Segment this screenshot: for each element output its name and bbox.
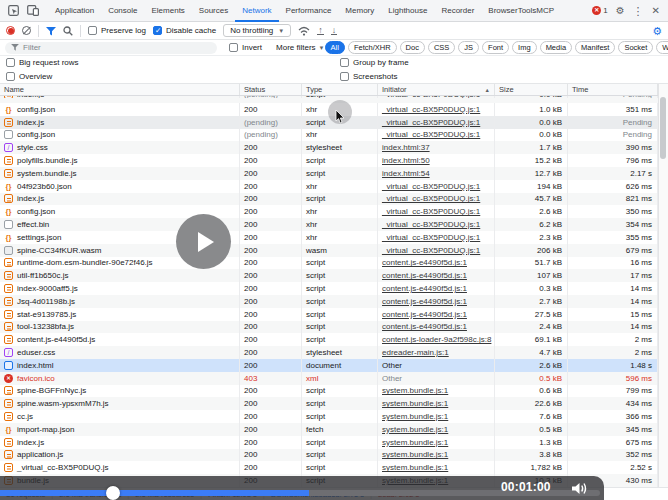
table-row-tool-13238bfa-js-18[interactable]: tool-13238bfa.js200scriptcontent.js-e449… — [0, 321, 658, 334]
video-scrubber-knob[interactable] — [106, 486, 120, 500]
initiator-link[interactable]: edreader-main.js:1 — [382, 348, 449, 357]
initiator-link[interactable]: system.bundle.js:1 — [382, 386, 448, 395]
table-row-index-9000aff5-js-15[interactable]: index-9000aff5.js200scriptcontent.js-e44… — [0, 282, 658, 295]
table-row-settings-json-11[interactable]: {}settings.json200xhr_virtual_cc-BX5P0DU… — [0, 231, 658, 244]
filter-chip-css[interactable]: CSS — [428, 41, 455, 54]
table-row-config-json-3[interactable]: config.json(pending)xhr_virtual_cc-BX5P0… — [0, 129, 658, 142]
import-har-icon[interactable]: ↑ — [317, 26, 324, 35]
overview-checkbox[interactable]: Overview — [6, 72, 52, 81]
initiator-link[interactable]: content.js-e4490f5d.js:1 — [382, 271, 467, 280]
scrollbar-thumb[interactable] — [660, 97, 666, 159]
filter-chip-socket[interactable]: Socket — [618, 41, 653, 54]
column-header-size[interactable]: Size — [495, 84, 568, 95]
tab-network[interactable]: Network — [235, 0, 278, 22]
initiator-link[interactable]: content.js-e4490f5d.js:1 — [382, 284, 467, 293]
initiator-link[interactable]: _virtual_cc-BX5P0DUQ.js:1 — [382, 246, 480, 255]
filter-chip-media[interactable]: Media — [540, 41, 572, 54]
tab-lighthouse[interactable]: Lighthouse — [381, 0, 434, 22]
filter-chip-img[interactable]: Img — [512, 41, 537, 54]
device-toolbar-icon[interactable] — [26, 4, 40, 18]
clear-network-log-icon[interactable] — [22, 26, 31, 35]
more-options-icon[interactable]: ⋮ — [633, 6, 644, 16]
settings-gear-icon[interactable]: ⚙ — [616, 6, 625, 16]
filter-chip-fetch-xhr[interactable]: Fetch/XHR — [348, 41, 397, 54]
initiator-link[interactable]: system.bundle.js:1 — [382, 463, 448, 472]
table-row--virtual-cc-bx5p0duq-js-29[interactable]: _virtual_cc-BX5P0DUQ.js200scriptsystem.b… — [0, 461, 658, 474]
disable-cache-checkbox[interactable]: Disable cache — [153, 26, 216, 35]
table-row-spine-wasm-ypsxmm7h-js-24[interactable]: spine.wasm-ypsxmM7h.js200scriptsystem.bu… — [0, 397, 658, 410]
initiator-link[interactable]: system.bundle.js:1 — [382, 438, 448, 447]
table-row-04f923b60-json-7[interactable]: {}04f923b60.json200xhr_virtual_cc-BX5P0D… — [0, 180, 658, 193]
initiator-link[interactable]: _virtual_cc-BX5P0DUQ.js:1 — [382, 182, 480, 191]
initiator-link[interactable]: content.js-e4490f5d.js:1 — [382, 310, 467, 319]
network-conditions-icon[interactable] — [298, 22, 310, 40]
initiator-link[interactable]: content.js-loader-9a2f598c.js:8 — [382, 335, 491, 344]
initiator-link[interactable]: _virtual_cc-BX5P0DUQ.js:1 — [382, 233, 480, 242]
table-row-jsq-4d01198b-js-16[interactable]: Jsq-4d01198b.js200scriptcontent.js-e4490… — [0, 295, 658, 308]
column-header-type[interactable]: Type — [302, 84, 378, 95]
error-count-badge[interactable]: ✕ 1 — [592, 6, 607, 15]
table-row-style-css-4[interactable]: /style.css200stylesheetindex.html:371.7 … — [0, 141, 658, 154]
filter-chip-font[interactable]: Font — [482, 41, 509, 54]
close-devtools-icon[interactable]: ✕ — [652, 6, 660, 16]
network-settings-gear-icon[interactable]: ⚙ — [652, 25, 662, 37]
table-row-effect-bin-10[interactable]: effect.bin200xhr_virtual_cc-BX5P0DUQ.js:… — [0, 218, 658, 231]
table-row-index-js-8[interactable]: index.js200script_virtual_cc-BX5P0DUQ.js… — [0, 193, 658, 206]
throttling-dropdown[interactable]: No throttling ▼ — [223, 24, 291, 37]
filter-chip-manifest[interactable]: Manifest — [575, 41, 615, 54]
tab-memory[interactable]: Memory — [338, 0, 381, 22]
tab-elements[interactable]: Elements — [145, 0, 192, 22]
tab-application[interactable]: Application — [48, 0, 101, 22]
screenshots-checkbox[interactable]: Screenshots — [340, 72, 397, 81]
filter-chip-doc[interactable]: Doc — [400, 41, 425, 54]
export-har-icon[interactable]: ↓ — [331, 26, 338, 35]
table-row-import-map-json-26[interactable]: {}import-map.json200fetchsystem.bundle.j… — [0, 423, 658, 436]
filter-input[interactable]: Filter — [5, 42, 217, 54]
table-row-eduser-css-20[interactable]: /eduser.css200stylesheetedreader-main.js… — [0, 346, 658, 359]
volume-icon[interactable] — [571, 481, 589, 500]
tab-recorder[interactable]: Recorder — [434, 0, 481, 22]
initiator-link[interactable]: content.js-e4490f5d.js:1 — [382, 322, 467, 331]
initiator-link[interactable]: _virtual_cc-BX5P0DUQ.js:1 — [382, 194, 480, 203]
initiator-link[interactable]: index.html:37 — [382, 143, 430, 152]
inspect-element-icon[interactable] — [6, 4, 20, 18]
initiator-link[interactable]: _virtual_cc-BX5P0DUQ.js:1 — [382, 207, 480, 216]
table-row-index-js-27[interactable]: index.js200scriptsystem.bundle.js:11.3 k… — [0, 436, 658, 449]
initiator-link[interactable]: system.bundle.js:1 — [382, 425, 448, 434]
tab-performance[interactable]: Performance — [279, 0, 339, 22]
initiator-link[interactable]: content.js-e4490f5d.js:1 — [382, 297, 467, 306]
initiator-link[interactable]: index.html:54 — [382, 169, 430, 178]
table-row-application-js-28[interactable]: application.js200scriptsystem.bundle.js:… — [0, 449, 658, 462]
initiator-link[interactable]: system.bundle.js:1 — [382, 412, 448, 421]
column-header-status[interactable]: Status — [240, 84, 302, 95]
initiator-link[interactable]: content.js-e4490f5d.js:1 — [382, 258, 467, 267]
filter-chip-js[interactable]: JS — [458, 41, 479, 54]
tab-browsertoolsmcp[interactable]: BrowserToolsMCP — [481, 0, 561, 22]
column-header-name[interactable]: Name — [0, 84, 240, 95]
table-row-index-js-0[interactable]: index.js(pending)script_virtual_cc-BX5P0… — [0, 96, 658, 103]
big-request-rows-checkbox[interactable]: Big request rows — [6, 58, 79, 67]
initiator-link[interactable]: system.bundle.js:1 — [382, 450, 448, 459]
table-row-system-bundle-js-6[interactable]: system.bundle.js200scriptindex.html:5412… — [0, 167, 658, 180]
initiator-link[interactable]: system.bundle.js:1 — [382, 399, 448, 408]
table-row-spine-bgffnnyc-js-23[interactable]: spine-BGFFnNyc.js200scriptsystem.bundle.… — [0, 385, 658, 398]
initiator-link[interactable]: _virtual_cc-BX5P0DUQ.js:1 — [382, 96, 480, 98]
tab-sources[interactable]: Sources — [192, 0, 235, 22]
table-row-stat-e9139785-js-17[interactable]: stat-e9139785.js200scriptcontent.js-e449… — [0, 308, 658, 321]
group-by-frame-checkbox[interactable]: Group by frame — [340, 58, 409, 67]
initiator-link[interactable]: _virtual_cc-BX5P0DUQ.js:1 — [382, 118, 480, 127]
filter-chip-wasm[interactable]: Wasm — [656, 41, 668, 54]
table-row-config-json-9[interactable]: {}config.json200xhr_virtual_cc-BX5P0DUQ.… — [0, 205, 658, 218]
preserve-log-checkbox[interactable]: Preserve log — [88, 26, 146, 35]
tab-console[interactable]: Console — [101, 0, 144, 22]
invert-checkbox[interactable]: Invert — [229, 43, 262, 52]
table-row-polyfills-bundle-js-5[interactable]: polyfills.bundle.js200scriptindex.html:5… — [0, 154, 658, 167]
table-row-util-ff1b650c-js-14[interactable]: util-ff1b650c.js200scriptcontent.js-e449… — [0, 269, 658, 282]
initiator-link[interactable]: _virtual_cc-BX5P0DUQ.js:1 — [382, 130, 480, 139]
video-play-button[interactable] — [176, 214, 231, 269]
table-row-index-html-21[interactable]: index.html200documentOther2.6 kB1.48 s — [0, 359, 658, 372]
table-row-content-js-e4490f5d-js-19[interactable]: content.js-e4490f5d.js200scriptcontent.j… — [0, 333, 658, 346]
initiator-link[interactable]: _virtual_cc-BX5P0DUQ.js:1 — [382, 220, 480, 229]
table-row-cc-js-25[interactable]: cc.js200scriptsystem.bundle.js:17.6 kB36… — [0, 410, 658, 423]
table-row-spine-cc34fkur-wasm-12[interactable]: spine-CC34fKUR.wasm200wasm_virtual_cc-BX… — [0, 244, 658, 257]
